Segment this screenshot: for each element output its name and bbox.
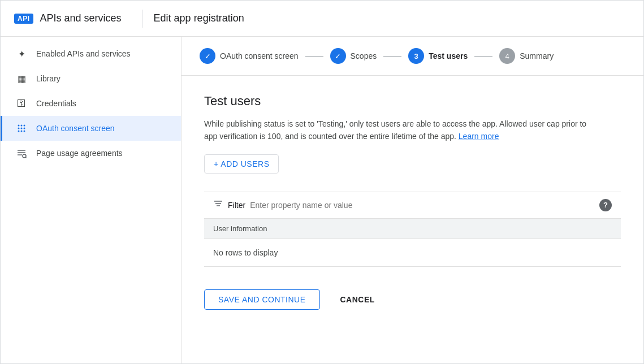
svg-point-3: [18, 128, 20, 129]
page-title: Edit app registration: [154, 12, 244, 24]
step-circle-oauth: ✓: [200, 48, 215, 64]
table-empty-message: No rows to display: [204, 239, 621, 267]
sidebar-item-page-usage[interactable]: Page usage agreements: [1, 141, 181, 166]
cancel-button[interactable]: CANCEL: [327, 290, 388, 309]
filter-icon: [213, 199, 223, 211]
svg-point-2: [24, 125, 25, 127]
filter-bar: Filter ?: [204, 192, 621, 219]
description-text: While publishing status is set to 'Testi…: [204, 118, 589, 143]
step-summary: 4 Summary: [499, 48, 554, 64]
step-number-test-users: 3: [414, 52, 418, 60]
filter-label: Filter: [228, 201, 245, 210]
svg-point-12: [23, 154, 26, 158]
step-test-users: 3 Test users: [408, 48, 468, 64]
sidebar-item-label-page-usage: Page usage agreements: [36, 149, 123, 158]
step-circle-scopes: ✓: [330, 48, 346, 64]
connector-3: [474, 56, 492, 57]
stepper: ✓ OAuth consent screen ✓ Scopes 3: [181, 37, 643, 76]
app-name: APIs and services: [40, 12, 122, 24]
enabled-apis-icon: ✦: [16, 48, 27, 59]
connector-2: [383, 56, 401, 57]
sidebar: ✦ Enabled APIs and services ▦ Library ⚿ …: [1, 37, 181, 363]
credentials-icon: ⚿: [16, 98, 27, 109]
top-header: API APIs and services Edit app registrat…: [1, 1, 643, 37]
svg-line-13: [25, 157, 27, 158]
sidebar-item-credentials[interactable]: ⚿ Credentials: [1, 91, 181, 116]
api-logo: API APIs and services: [14, 12, 122, 24]
svg-point-6: [18, 131, 20, 132]
sidebar-item-label-enabled-apis: Enabled APIs and services: [36, 49, 131, 58]
step-label-oauth: OAuth consent screen: [220, 51, 299, 60]
step-number-summary: 4: [505, 52, 509, 60]
help-icon[interactable]: ?: [599, 199, 612, 211]
step-oauth-consent: ✓ OAuth consent screen: [200, 48, 299, 64]
check-icon-scopes: ✓: [335, 52, 341, 60]
action-buttons: SAVE AND CONTINUE CANCEL: [204, 285, 621, 310]
filter-section: Filter ? User information No rows to dis…: [204, 192, 621, 267]
table-header: User information: [204, 219, 621, 239]
main-layout: ✦ Enabled APIs and services ▦ Library ⚿ …: [1, 37, 643, 363]
sidebar-item-label-credentials: Credentials: [36, 99, 76, 108]
section-title: Test users: [204, 94, 621, 109]
svg-point-5: [24, 128, 25, 129]
add-users-button[interactable]: + ADD USERS: [204, 154, 279, 174]
sidebar-item-library[interactable]: ▦ Library: [1, 66, 181, 91]
filter-input[interactable]: [250, 201, 595, 210]
content-area: ✓ OAuth consent screen ✓ Scopes 3: [181, 37, 643, 363]
sidebar-item-enabled-apis[interactable]: ✦ Enabled APIs and services: [1, 41, 181, 66]
oauth-consent-icon: [16, 123, 27, 134]
svg-point-4: [21, 128, 23, 129]
header-divider: [142, 10, 142, 28]
step-circle-summary: 4: [499, 48, 515, 64]
connector-1: [305, 56, 323, 57]
step-label-scopes: Scopes: [351, 51, 377, 60]
api-badge: API: [14, 14, 33, 24]
step-circle-test-users: 3: [408, 48, 424, 64]
sidebar-item-label-oauth: OAuth consent screen: [36, 124, 115, 133]
page-content: Test users While publishing status is se…: [181, 76, 643, 328]
sidebar-item-label-library: Library: [36, 74, 60, 83]
step-scopes: ✓ Scopes: [330, 48, 377, 64]
svg-point-8: [24, 131, 25, 132]
page-usage-icon: [16, 148, 27, 159]
svg-point-7: [21, 131, 23, 132]
step-label-summary: Summary: [520, 51, 554, 60]
step-label-test-users: Test users: [429, 51, 468, 60]
learn-more-link[interactable]: Learn more: [459, 132, 499, 141]
check-icon-oauth: ✓: [205, 52, 211, 60]
library-icon: ▦: [16, 73, 27, 84]
svg-point-0: [18, 125, 20, 127]
svg-point-1: [21, 125, 23, 127]
sidebar-item-oauth-consent[interactable]: OAuth consent screen: [1, 116, 181, 141]
table-column-user-info: User information: [213, 224, 267, 233]
save-and-continue-button[interactable]: SAVE AND CONTINUE: [204, 289, 320, 310]
